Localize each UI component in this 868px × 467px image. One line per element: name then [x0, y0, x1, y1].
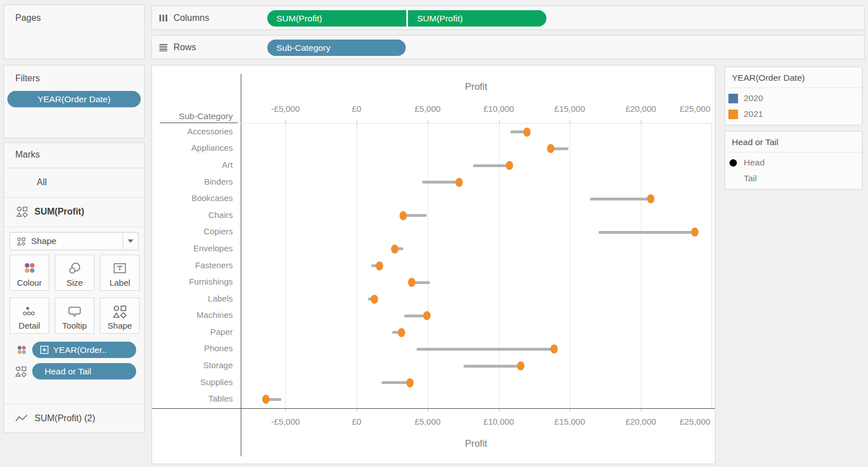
tooltip-button[interactable]: Tooltip: [55, 298, 94, 334]
row-header-title[interactable]: Sub-Category: [152, 111, 236, 121]
filter-pill-year-order-date[interactable]: YEAR(Order Date): [7, 91, 141, 107]
gridline: [641, 124, 641, 408]
tail-line-art[interactable]: [473, 164, 509, 167]
filters-shelf: Filters YEAR(Order Date): [3, 65, 145, 138]
marks-card-sum-profit[interactable]: SUM(Profit): [4, 197, 144, 226]
marks-pill-year-label: YEAR(Order..: [53, 345, 107, 355]
axis-tick-label: £15,000: [554, 417, 585, 426]
zero-gridline: [357, 124, 358, 408]
colour-button[interactable]: Colour: [10, 255, 49, 291]
row-label-appliances[interactable]: Appliances: [192, 143, 233, 152]
rows-pill-sub-category[interactable]: Sub-Category: [267, 40, 406, 56]
axis-tick-mark: [499, 409, 500, 412]
head-dot-phones[interactable]: [550, 344, 558, 353]
row-label-storage[interactable]: Storage: [203, 360, 233, 370]
row-header-labels: AccessoriesAppliancesArtBindersBookcases…: [152, 123, 236, 407]
shape-button[interactable]: Shape: [100, 298, 140, 334]
tail-line-copiers[interactable]: [598, 231, 695, 234]
head-dot-tables[interactable]: [262, 395, 270, 404]
row-label-bookcases[interactable]: Bookcases: [192, 193, 233, 203]
head-dot-furnishings[interactable]: [408, 278, 415, 287]
shape-icon: [15, 366, 27, 377]
tail-line-supplies[interactable]: [381, 381, 410, 384]
tail-line-binders[interactable]: [422, 181, 459, 184]
row-label-binders[interactable]: Binders: [204, 177, 233, 186]
axis-tick-label: £15,000: [554, 104, 585, 114]
head-dot-paper[interactable]: [398, 328, 405, 337]
row-label-paper[interactable]: Paper: [210, 327, 233, 337]
expand-plus-icon[interactable]: [40, 346, 49, 354]
row-label-phones[interactable]: Phones: [204, 343, 233, 353]
marks-card-all[interactable]: All: [4, 168, 144, 197]
size-icon: [67, 261, 82, 276]
head-dot-chairs[interactable]: [400, 211, 407, 220]
columns-pill-sum-profit-1[interactable]: SUM(Profit): [267, 10, 406, 27]
row-label-supplies[interactable]: Supplies: [200, 377, 233, 387]
axis-tick-label: £10,000: [483, 417, 514, 426]
head-dot-fasteners[interactable]: [376, 261, 383, 270]
pages-title: Pages: [15, 13, 144, 23]
row-label-envelopes[interactable]: Envelopes: [193, 243, 233, 253]
head-dot-copiers[interactable]: [691, 228, 698, 237]
legend-head-or-tail: Head or Tail Head Tail: [724, 131, 862, 190]
axis-tick-mark: [285, 409, 286, 412]
size-button[interactable]: Size: [55, 255, 94, 291]
top-axis-title: Profit: [241, 81, 711, 93]
marks-pill-year-order-date[interactable]: YEAR(Order..: [32, 342, 136, 358]
mark-type-dropdown[interactable]: Shape: [10, 232, 138, 250]
head-dot-appliances[interactable]: [547, 144, 554, 153]
label-button[interactable]: Label: [100, 255, 140, 291]
tail-line-phones[interactable]: [416, 348, 554, 351]
head-dot-accessories[interactable]: [523, 128, 531, 137]
shape-icon: [113, 305, 127, 318]
legend-shape-head-circle-icon: [728, 158, 738, 168]
head-dot-labels[interactable]: [371, 295, 378, 304]
head-dot-storage[interactable]: [517, 361, 524, 370]
row-label-accessories[interactable]: Accessories: [187, 126, 233, 136]
tail-line-bookcases[interactable]: [590, 198, 651, 200]
legend-item-2020[interactable]: 2020: [725, 90, 862, 106]
legend-item-tail[interactable]: Tail: [725, 171, 862, 186]
head-dot-supplies[interactable]: [406, 378, 414, 387]
columns-shelf-label: Columns: [173, 13, 209, 23]
rows-icon: [159, 43, 168, 51]
columns-icon: [159, 14, 168, 22]
head-dot-binders[interactable]: [455, 178, 463, 187]
row-label-copiers[interactable]: Copiers: [203, 226, 233, 236]
row-label-art[interactable]: Art: [222, 160, 233, 169]
columns-pill-2-label: SUM(Profit): [408, 14, 472, 24]
mark-type-dropdown-caret[interactable]: [123, 239, 138, 243]
marks-pill-head-or-tail[interactable]: Head or Tail: [32, 363, 136, 379]
legend-label-tail: Tail: [744, 173, 757, 184]
row-label-machines[interactable]: Machines: [197, 310, 233, 320]
legend-shape-tail-blank: [728, 174, 738, 184]
head-dot-art[interactable]: [506, 161, 513, 170]
axis-tick-mark: [641, 409, 641, 412]
axis-tick-mark: [357, 409, 357, 412]
tooltip-icon: [67, 305, 82, 318]
axis-tick-label: £5,000: [415, 104, 441, 114]
detail-button[interactable]: Detail: [10, 298, 49, 334]
head-dot-envelopes[interactable]: [391, 245, 398, 254]
row-label-furnishings[interactable]: Furnishings: [189, 277, 233, 286]
head-dot-bookcases[interactable]: [647, 194, 654, 203]
detail-button-label: Detail: [19, 321, 40, 330]
columns-shelf: Columns SUM(Profit) SUM(Profit): [151, 6, 865, 30]
filters-title: Filters: [15, 73, 144, 84]
legend-swatch-2020: [728, 94, 738, 103]
legend-item-head[interactable]: Head: [725, 155, 862, 171]
gridline: [428, 124, 428, 408]
marks-pill-head-or-tail-label: Head or Tail: [45, 366, 91, 377]
legend-item-2021[interactable]: 2021: [725, 106, 862, 122]
marks-card-sum-profit-2[interactable]: SUM(Profit) (2): [4, 404, 144, 433]
row-label-fasteners[interactable]: Fasteners: [195, 260, 233, 270]
row-label-chairs[interactable]: Chairs: [209, 210, 233, 220]
label-button-label: Label: [110, 278, 131, 287]
head-dot-machines[interactable]: [423, 311, 431, 320]
tail-line-storage[interactable]: [463, 365, 521, 368]
row-label-tables[interactable]: Tables: [209, 394, 233, 403]
columns-pill-sum-profit-2[interactable]: SUM(Profit): [408, 10, 546, 27]
chart-view: Profit Sub-Category -£5,000£0£5,000£10,0…: [151, 65, 715, 464]
row-label-labels[interactable]: Labels: [208, 294, 233, 303]
bottom-axis-title: Profit: [241, 438, 711, 449]
